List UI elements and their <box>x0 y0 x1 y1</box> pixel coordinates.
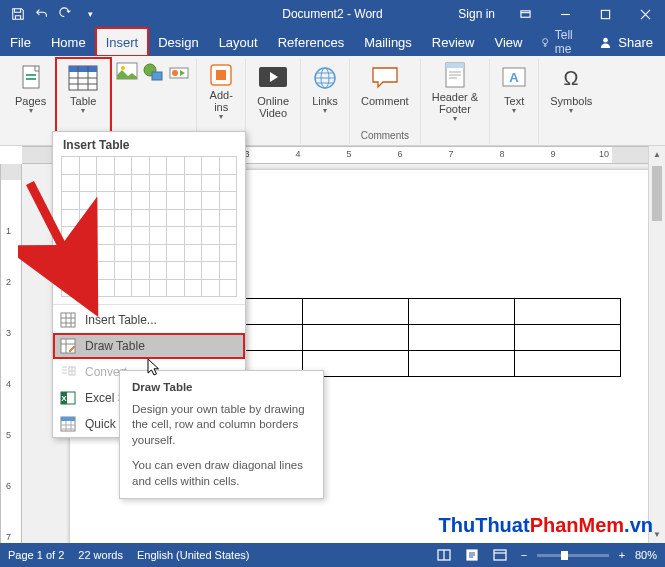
grid-cell[interactable] <box>219 244 238 263</box>
grid-cell[interactable] <box>131 174 150 193</box>
grid-cell[interactable] <box>96 279 115 298</box>
header-footer-button[interactable]: Header & Footer▾ <box>427 59 483 125</box>
grid-cell[interactable] <box>166 191 185 210</box>
grid-cell[interactable] <box>114 226 133 245</box>
grid-cell[interactable] <box>61 226 80 245</box>
grid-cell[interactable] <box>96 209 115 228</box>
share-button[interactable]: Share <box>587 28 665 56</box>
smartart-icon[interactable] <box>168 62 190 82</box>
grid-cell[interactable] <box>131 261 150 280</box>
grid-cell[interactable] <box>61 191 80 210</box>
grid-cell[interactable] <box>96 191 115 210</box>
tab-review[interactable]: Review <box>422 28 485 56</box>
grid-cell[interactable] <box>149 156 168 175</box>
grid-cell[interactable] <box>61 174 80 193</box>
pages-button[interactable]: Pages▾ <box>10 59 51 125</box>
grid-cell[interactable] <box>166 226 185 245</box>
grid-cell[interactable] <box>184 261 203 280</box>
grid-cell[interactable] <box>114 156 133 175</box>
grid-cell[interactable] <box>114 244 133 263</box>
grid-cell[interactable] <box>131 156 150 175</box>
grid-cell[interactable] <box>201 209 220 228</box>
grid-cell[interactable] <box>184 279 203 298</box>
print-layout-button[interactable] <box>461 546 483 564</box>
online-video-button[interactable]: Online Video <box>252 59 294 125</box>
grid-cell[interactable] <box>79 261 98 280</box>
grid-cell[interactable] <box>79 209 98 228</box>
grid-cell[interactable] <box>149 174 168 193</box>
grid-cell[interactable] <box>149 226 168 245</box>
pictures-icon[interactable] <box>116 62 138 82</box>
links-button[interactable]: Links▾ <box>307 59 343 125</box>
grid-cell[interactable] <box>131 191 150 210</box>
zoom-in-button[interactable]: + <box>615 549 629 561</box>
word-count[interactable]: 22 words <box>78 549 123 561</box>
tab-layout[interactable]: Layout <box>209 28 268 56</box>
grid-cell[interactable] <box>166 244 185 263</box>
grid-cell[interactable] <box>149 191 168 210</box>
grid-cell[interactable] <box>166 156 185 175</box>
grid-cell[interactable] <box>166 279 185 298</box>
grid-cell[interactable] <box>96 226 115 245</box>
qat-customize-button[interactable]: ▾ <box>78 0 102 28</box>
text-button[interactable]: A Text▾ <box>496 59 532 125</box>
grid-cell[interactable] <box>184 174 203 193</box>
grid-cell[interactable] <box>114 191 133 210</box>
language-status[interactable]: English (United States) <box>137 549 250 561</box>
grid-cell[interactable] <box>149 244 168 263</box>
grid-cell[interactable] <box>201 244 220 263</box>
grid-cell[interactable] <box>96 156 115 175</box>
grid-cell[interactable] <box>219 156 238 175</box>
grid-cell[interactable] <box>166 174 185 193</box>
close-button[interactable] <box>625 0 665 28</box>
draw-table-item[interactable]: Draw Table <box>53 333 245 359</box>
undo-button[interactable] <box>30 0 54 28</box>
grid-cell[interactable] <box>149 261 168 280</box>
grid-cell[interactable] <box>166 209 185 228</box>
grid-cell[interactable] <box>96 261 115 280</box>
grid-cell[interactable] <box>61 244 80 263</box>
minimize-button[interactable] <box>545 0 585 28</box>
scrollbar-vertical[interactable]: ▲ ▼ <box>648 146 665 543</box>
redo-button[interactable] <box>54 0 78 28</box>
web-layout-button[interactable] <box>489 546 511 564</box>
tab-design[interactable]: Design <box>148 28 208 56</box>
grid-cell[interactable] <box>79 279 98 298</box>
grid-cell[interactable] <box>219 226 238 245</box>
grid-cell[interactable] <box>79 226 98 245</box>
zoom-level[interactable]: 80% <box>635 549 657 561</box>
grid-cell[interactable] <box>219 261 238 280</box>
comment-button[interactable]: Comment <box>356 59 414 125</box>
grid-cell[interactable] <box>61 209 80 228</box>
grid-cell[interactable] <box>79 191 98 210</box>
grid-cell[interactable] <box>79 174 98 193</box>
grid-cell[interactable] <box>166 261 185 280</box>
grid-cell[interactable] <box>79 244 98 263</box>
grid-cell[interactable] <box>201 261 220 280</box>
grid-cell[interactable] <box>131 244 150 263</box>
ruler-vertical[interactable]: 1234567 <box>0 164 22 543</box>
save-button[interactable] <box>6 0 30 28</box>
tab-home[interactable]: Home <box>41 28 96 56</box>
insert-table-item[interactable]: Insert Table... <box>53 307 245 333</box>
tab-insert[interactable]: Insert <box>96 28 149 56</box>
grid-cell[interactable] <box>184 156 203 175</box>
scrollbar-thumb[interactable] <box>652 166 662 221</box>
tab-references[interactable]: References <box>268 28 354 56</box>
grid-cell[interactable] <box>201 156 220 175</box>
grid-cell[interactable] <box>96 244 115 263</box>
grid-cell[interactable] <box>131 279 150 298</box>
grid-cell[interactable] <box>184 244 203 263</box>
grid-cell[interactable] <box>114 279 133 298</box>
table-button[interactable]: Table▾ <box>63 59 103 125</box>
sign-in-link[interactable]: Sign in <box>448 7 505 21</box>
grid-cell[interactable] <box>114 174 133 193</box>
shapes-icon[interactable] <box>142 62 164 82</box>
grid-cell[interactable] <box>149 209 168 228</box>
zoom-slider[interactable] <box>537 554 609 557</box>
grid-cell[interactable] <box>219 279 238 298</box>
table-grid-picker[interactable] <box>53 156 245 302</box>
grid-cell[interactable] <box>61 156 80 175</box>
grid-cell[interactable] <box>131 209 150 228</box>
grid-cell[interactable] <box>149 279 168 298</box>
